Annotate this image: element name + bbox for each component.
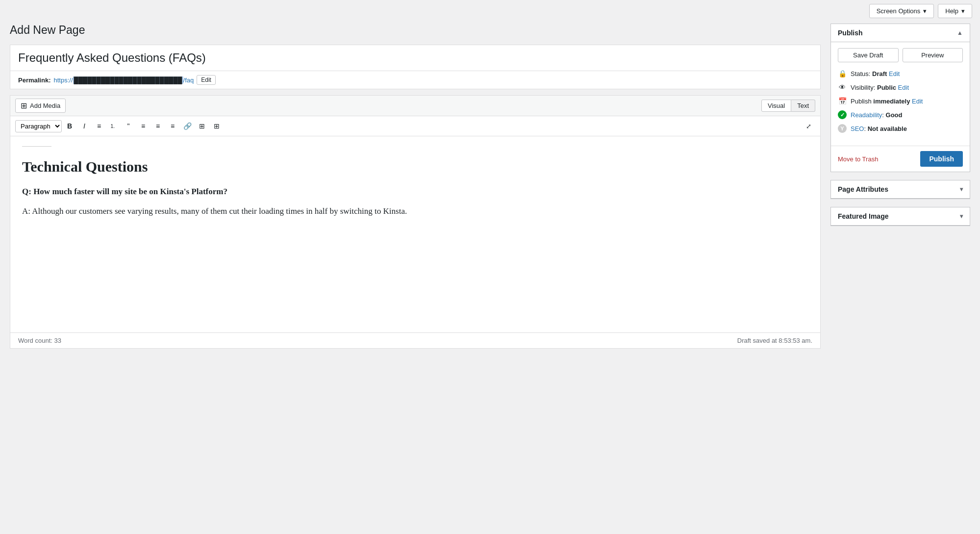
main-wrapper: Add New Page Frequently Asked Questions … (0, 0, 980, 358)
editor-footer: Word count: 33 Draft saved at 8:53:53 am… (10, 332, 820, 348)
align-center-button[interactable]: ≡ (151, 119, 165, 133)
publish-panel-actions: Save Draft Preview (838, 48, 963, 62)
editor-area: Add New Page Frequently Asked Questions … (10, 24, 821, 349)
status-label: Status: Draft Edit (851, 70, 900, 77)
visibility-icon: 👁 (838, 83, 847, 92)
publish-panel-header[interactable]: Publish ▲ (831, 24, 970, 42)
status-edit-link[interactable]: Edit (889, 70, 900, 77)
table-button[interactable]: ⊞ (195, 119, 209, 133)
bold-button[interactable]: B (63, 119, 76, 133)
tab-text[interactable]: Text (791, 100, 815, 112)
readability-link[interactable]: Readability (851, 111, 882, 119)
help-label: Help (945, 7, 958, 15)
content-heading: Technical Questions (22, 158, 808, 175)
publish-panel-footer: Move to Trash Publish (831, 146, 970, 172)
formatting-toolbar: Paragraph B I ≡ 1. " ≡ ≡ ≡ 🔗 ⊞ ⊞ ⤢ (10, 116, 820, 136)
add-media-button[interactable]: ⊞ Add Media (15, 99, 66, 113)
screen-options-button[interactable]: Screen Options ▾ (869, 4, 934, 18)
add-media-icon: ⊞ (21, 101, 27, 110)
editor-toolbar-top: ⊞ Add Media Visual Text (10, 96, 820, 116)
help-button[interactable]: Help ▾ (938, 4, 972, 18)
publish-panel-chevron: ▲ (957, 29, 963, 36)
permalink-bar: Permalink: https://█████████████████████… (10, 71, 821, 89)
seo-label: SEO: Not available (851, 125, 907, 132)
featured-image-header[interactable]: Featured Image ▾ (831, 207, 970, 226)
tab-visual[interactable]: Visual (761, 100, 791, 112)
publish-button[interactable]: Publish (920, 151, 963, 167)
move-to-trash-link[interactable]: Move to Trash (838, 155, 878, 163)
content-separator (22, 146, 51, 147)
unordered-list-button[interactable]: ≡ (92, 119, 106, 133)
permalink-label: Permalink: (18, 76, 50, 84)
paragraph-select[interactable]: Paragraph (15, 120, 62, 132)
visibility-edit-link[interactable]: Edit (898, 84, 909, 91)
permalink-url[interactable]: https://████████████████████████/faq (53, 76, 194, 84)
seo-link[interactable]: SEO (851, 125, 864, 132)
page-attributes-title: Page Attributes (838, 185, 888, 193)
italic-button[interactable]: I (77, 119, 91, 133)
preview-button[interactable]: Preview (903, 48, 963, 62)
publish-panel-title: Publish (838, 29, 863, 37)
seo-item: Y SEO: Not available (838, 124, 963, 133)
help-chevron: ▾ (961, 7, 965, 15)
align-left-button[interactable]: ≡ (136, 119, 150, 133)
publish-panel: Publish ▲ Save Draft Preview 🔒 Status: D… (830, 24, 970, 172)
link-button[interactable]: 🔗 (180, 119, 194, 133)
screen-options-label: Screen Options (877, 7, 921, 15)
visibility-label: Visibility: Public Edit (851, 84, 909, 91)
page-title: Add New Page (10, 24, 821, 37)
align-right-button[interactable]: ≡ (166, 119, 179, 133)
publish-when-edit-link[interactable]: Edit (912, 98, 923, 105)
add-media-label: Add Media (30, 102, 60, 109)
publish-calendar-icon: 📅 (838, 97, 847, 105)
screen-options-chevron: ▾ (923, 7, 927, 15)
top-bar: Screen Options ▾ Help ▾ (861, 0, 980, 22)
ordered-list-icon: 1. (110, 122, 118, 130)
status-icon: 🔒 (838, 69, 847, 78)
publish-when-item: 📅 Publish immediately Edit (838, 97, 963, 105)
page-attributes-panel: Page Attributes ▾ (830, 180, 970, 199)
publish-when-label: Publish immediately Edit (851, 98, 923, 105)
permalink-url-redacted: ████████████████████████ (73, 76, 183, 84)
seo-icon: Y (838, 124, 847, 133)
page-attributes-header[interactable]: Page Attributes ▾ (831, 180, 970, 199)
content-question: Q: How much faster will my site be on Ki… (22, 187, 808, 197)
publish-panel-body: Save Draft Preview 🔒 Status: Draft Edit … (831, 42, 970, 144)
permalink-edit-button[interactable]: Edit (197, 75, 216, 85)
editor-container: ⊞ Add Media Visual Text Paragraph B I ≡ … (10, 95, 821, 349)
draft-saved: Draft saved at 8:53:53 am. (737, 337, 812, 344)
view-tabs: Visual Text (761, 100, 815, 112)
expand-button[interactable]: ⤢ (802, 119, 815, 133)
more-options-button[interactable]: ⊞ (210, 119, 224, 133)
visibility-item: 👁 Visibility: Public Edit (838, 83, 963, 92)
page-title-input[interactable]: Frequently Asked Questions (FAQs) (10, 45, 821, 71)
page-attributes-chevron: ▾ (960, 186, 963, 193)
featured-image-title: Featured Image (838, 212, 888, 220)
sidebar: Publish ▲ Save Draft Preview 🔒 Status: D… (830, 24, 970, 234)
blockquote-button[interactable]: " (122, 119, 135, 133)
save-draft-button[interactable]: Save Draft (838, 48, 899, 62)
svg-text:1.: 1. (111, 124, 115, 129)
ordered-list-button[interactable]: 1. (107, 119, 121, 133)
readability-item: ✓ Readability: Good (838, 110, 963, 119)
readability-label: Readability: Good (851, 111, 903, 119)
status-item: 🔒 Status: Draft Edit (838, 69, 963, 78)
content-answer: A: Although our customers see varying re… (22, 204, 808, 219)
editor-content-area[interactable]: Technical Questions Q: How much faster w… (10, 136, 820, 332)
featured-image-chevron: ▾ (960, 213, 963, 220)
word-count: Word count: 33 (18, 337, 61, 344)
readability-icon: ✓ (838, 110, 847, 119)
featured-image-panel: Featured Image ▾ (830, 207, 970, 226)
